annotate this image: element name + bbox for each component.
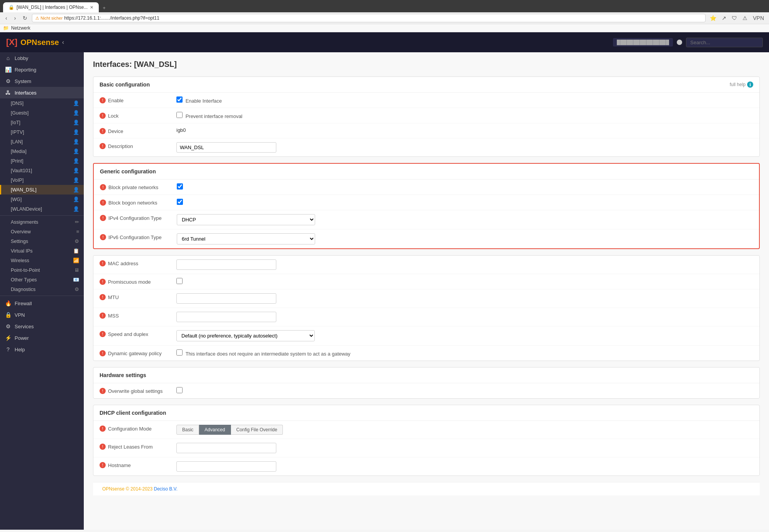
promiscuous-help-icon[interactable]: ! [100, 279, 106, 285]
sidebar-item-power[interactable]: ⚡ Power [0, 332, 84, 344]
sidebar-item-services[interactable]: ⚙ Services [0, 321, 84, 332]
mss-input[interactable] [176, 312, 276, 322]
speed-duplex-select[interactable]: Default (no preference, typically autose… [176, 330, 315, 341]
ipv6-help-icon[interactable]: ! [100, 234, 106, 240]
wan-dsl-label: [WAN_DSL] [11, 187, 37, 193]
overwrite-checkbox[interactable] [176, 387, 183, 393]
tab-config-file[interactable]: Config File Override [231, 425, 283, 435]
enable-checkbox[interactable] [176, 96, 183, 103]
refresh-button[interactable]: ↻ [20, 14, 30, 22]
vpn-button[interactable]: VPN [751, 14, 766, 22]
back-button[interactable]: ‹ [3, 14, 10, 22]
sidebar-sub-settings[interactable]: Settings ⚙ [0, 236, 84, 246]
address-bar[interactable]: ⚠ Nicht sicher https://172.16.1.1:......… [32, 14, 706, 22]
ipv6-type-label: ! IPv6 Configuration Type [100, 233, 177, 240]
hostname-help-icon[interactable]: ! [100, 462, 106, 468]
device-help-icon[interactable]: ! [100, 128, 106, 134]
overwrite-help-icon[interactable]: ! [100, 388, 106, 394]
enable-control: Enable Interface [176, 96, 753, 104]
block-private-help-icon[interactable]: ! [100, 184, 106, 190]
block-bogon-checkbox[interactable] [177, 199, 183, 205]
sidebar-item-help[interactable]: ? Help [0, 344, 84, 355]
sidebar-sub-other-types[interactable]: Other Types 📧 [0, 275, 84, 284]
global-search-input[interactable] [686, 38, 763, 47]
sidebar-sub-iot[interactable]: [IoT] 👤 [0, 118, 84, 127]
page-footer: OPNsense © 2014-2023 Deciso B.V. [93, 482, 760, 495]
sidebar-sub-wireless[interactable]: Wireless 📶 [0, 256, 84, 265]
guests-icon: 👤 [73, 110, 79, 116]
lock-help-icon[interactable]: ! [100, 113, 106, 119]
sidebar-item-interfaces[interactable]: 🖧 Interfaces [0, 87, 84, 98]
mtu-input[interactable] [176, 293, 276, 304]
sidebar-sub-voip[interactable]: [VoIP] 👤 [0, 175, 84, 185]
forward-button[interactable]: › [12, 14, 18, 22]
sidebar-sub-vault[interactable]: [Vault101] 👤 [0, 166, 84, 175]
dynamic-gateway-row: ! Dynamic gateway policy This interface … [93, 346, 759, 361]
ipv4-type-select[interactable]: DHCP Static PPPoE None [177, 214, 315, 225]
sidebar-item-firewall[interactable]: 🔥 Firewall [0, 298, 84, 309]
ipv4-help-icon[interactable]: ! [100, 215, 106, 221]
overview-label: Overview [11, 229, 31, 234]
mtu-help-icon[interactable]: ! [100, 294, 106, 300]
sidebar-collapse-button[interactable]: ‹ [62, 39, 64, 46]
generic-config-title: Generic configuration [100, 168, 156, 175]
app-header: [X] OPNsense ‹ ████████████████ [0, 32, 769, 52]
full-help-button[interactable]: full help ℹ [730, 81, 753, 88]
new-tab-button[interactable]: + [100, 3, 109, 12]
config-mode-help-icon[interactable]: ! [100, 426, 106, 432]
lock-checkbox[interactable] [176, 112, 183, 118]
description-input[interactable] [176, 142, 276, 153]
sidebar-item-vpn[interactable]: 🔒 VPN [0, 309, 84, 321]
mac-help-icon[interactable]: ! [100, 260, 106, 266]
sidebar-sub-lan[interactable]: [LAN] 👤 [0, 137, 84, 146]
block-private-checkbox[interactable] [177, 183, 183, 190]
tab-close-button[interactable]: ✕ [90, 5, 93, 10]
block-bogon-help-icon[interactable]: ! [100, 200, 106, 206]
system-icon: ⚙ [5, 78, 12, 84]
ipv6-type-select[interactable]: 6rd Tunnel None DHCPv6 Static [177, 233, 315, 244]
sidebar-label-vpn: VPN [15, 312, 25, 318]
lock-checkbox-label: Prevent interface removal [186, 113, 242, 119]
extension-button[interactable]: ⚠ [741, 14, 749, 22]
sidebar-sub-wlandevice[interactable]: [WLANDevice] 👤 [0, 204, 84, 214]
sidebar-item-system[interactable]: ⚙ System [0, 75, 84, 87]
tab-basic[interactable]: Basic [176, 425, 199, 435]
bookmarks-folder-label[interactable]: Netzwerk [11, 25, 30, 31]
sidebar-item-reporting[interactable]: 📊 Reporting [0, 64, 84, 75]
star-button[interactable]: ⭐ [708, 14, 718, 22]
sidebar-sub-wg[interactable]: [WG] 👤 [0, 195, 84, 204]
footer-link[interactable]: Deciso B.V. [154, 486, 178, 492]
sidebar-sub-diagnostics[interactable]: Diagnostics ⚙ [0, 284, 84, 294]
sidebar-sub-dns[interactable]: [DNS] 👤 [0, 98, 84, 108]
sidebar-divider [0, 215, 84, 216]
sidebar-sub-point-to-point[interactable]: Point-to-Point 🖥 [0, 265, 84, 275]
sidebar-sub-assignments[interactable]: Assignments ✏ [0, 217, 84, 227]
sidebar-sub-wan-dsl[interactable]: [WAN_DSL] 👤 [0, 185, 84, 195]
reject-leases-input[interactable] [176, 443, 276, 453]
sidebar-sub-guests[interactable]: [Guests] 👤 [0, 108, 84, 118]
mss-help-icon[interactable]: ! [100, 313, 106, 319]
description-help-icon[interactable]: ! [100, 143, 106, 149]
sidebar-sub-overview[interactable]: Overview ≡ [0, 227, 84, 236]
sidebar-sub-virtual-ips[interactable]: Virtual IPs 📋 [0, 246, 84, 256]
sidebar-sub-media[interactable]: [Media] 👤 [0, 146, 84, 156]
speed-duplex-help-icon[interactable]: ! [100, 331, 106, 337]
sidebar-sub-print[interactable]: [Print] 👤 [0, 156, 84, 166]
browser-chrome: 🔒 [WAN_DSL] | Interfaces | OPNse... ✕ + [0, 0, 769, 12]
lock-label: ! Lock [100, 112, 176, 119]
hostname-input[interactable] [176, 461, 276, 472]
sidebar-sub-iptv[interactable]: [IPTV] 👤 [0, 127, 84, 137]
tab-advanced[interactable]: Advanced [199, 425, 231, 435]
mac-input[interactable] [176, 259, 276, 270]
guests-label: [Guests] [11, 110, 29, 116]
dynamic-gateway-help-icon[interactable]: ! [100, 350, 106, 356]
dynamic-gateway-checkbox[interactable] [176, 349, 183, 356]
sidebar-item-lobby[interactable]: ⌂ Lobby [0, 52, 84, 64]
diagnostics-label: Diagnostics [11, 287, 36, 292]
brave-shield-button[interactable]: 🛡 [730, 14, 739, 22]
enable-help-icon[interactable]: ! [100, 97, 106, 103]
reject-leases-help-icon[interactable]: ! [100, 444, 106, 450]
share-button[interactable]: ↗ [720, 14, 728, 22]
active-tab[interactable]: 🔒 [WAN_DSL] | Interfaces | OPNse... ✕ [3, 2, 99, 12]
promiscuous-checkbox[interactable] [176, 278, 183, 284]
